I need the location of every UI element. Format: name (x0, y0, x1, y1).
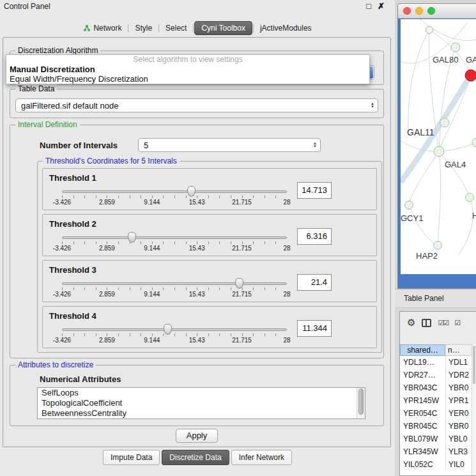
tab-discretize-data[interactable]: Discretize Data (162, 450, 229, 465)
table-toolbar: ⚙ ☑☑ ☑ (400, 312, 476, 334)
table-row[interactable]: YIL052CYIL0 (400, 458, 472, 471)
attributes-group-title: Attributes to discretize (15, 360, 96, 369)
cell-shared-name[interactable]: YLR345W (400, 445, 445, 458)
discretization-algorithm-group-title: Discretization Algorithm (15, 46, 100, 55)
tab-select[interactable]: Select (160, 21, 192, 35)
table-row[interactable]: YDR27…YDR2 (400, 369, 472, 381)
tab-jactivemodules[interactable]: jActiveModules (254, 21, 318, 35)
apply-button[interactable]: Apply (176, 429, 218, 443)
checkbox-icon[interactable]: ☑ (454, 319, 459, 327)
network-edge[interactable] (439, 142, 476, 151)
table-row[interactable]: YBR043CYBR0 (400, 381, 472, 394)
tab-style[interactable]: Style (129, 21, 158, 35)
cell-shared-name[interactable]: YBR045C (400, 420, 445, 433)
checkbox-pair-icon[interactable]: ☑☑ (438, 319, 448, 327)
table-data-group-title: Table Data (15, 84, 57, 93)
network-edge[interactable] (408, 30, 429, 134)
list-item-selfloops[interactable]: SelfLoops (38, 388, 365, 398)
thresholds-coordinates-group: Threshold's Coordinates for 5 Intervals … (37, 161, 382, 353)
list-item-betweennesscentrality[interactable]: BetweennessCentrality (38, 408, 365, 418)
columns-icon[interactable] (422, 319, 431, 327)
network-edge[interactable] (438, 151, 441, 245)
table-row[interactable]: YLR345WYLR3 (400, 445, 472, 458)
attributes-scrollbar[interactable] (357, 388, 365, 418)
table-row[interactable]: YPR145WYPR1 (400, 394, 472, 407)
scrollbar-thumb[interactable] (473, 346, 475, 384)
cell-shared-name[interactable]: YPR145W (400, 394, 445, 407)
column-header-shared-name[interactable]: shared… (400, 344, 445, 356)
cell-name[interactable]: YDR2 (445, 369, 472, 381)
cell-shared-name[interactable]: YBR043C (400, 381, 445, 394)
threshold-value-field[interactable]: 6.316 (297, 228, 332, 245)
network-edge[interactable] (458, 197, 473, 256)
combo-stepper-icon[interactable]: ▲ ▼ (310, 142, 320, 148)
cell-name[interactable]: YBR0 (445, 420, 472, 433)
numerical-attributes-list[interactable]: SelfLoopsTopologicalCoefficientBetweenne… (37, 387, 365, 419)
network-edge[interactable] (439, 151, 470, 197)
close-button[interactable] (403, 7, 411, 15)
threshold-slider-track[interactable] (62, 282, 287, 285)
threshold-value-field[interactable]: 14.713 (297, 182, 332, 199)
threshold-slider-track[interactable] (62, 236, 287, 239)
network-node-selected[interactable] (465, 70, 476, 81)
threshold-value-field[interactable]: 11.344 (297, 320, 332, 337)
cell-shared-name[interactable]: YDR27… (400, 369, 445, 381)
popup-option-equal-width-frequency-discretization[interactable]: Equal Width/Frequency Discretization (6, 74, 369, 84)
gear-icon[interactable]: ⚙ (407, 317, 415, 328)
combo-stepper-icon[interactable]: ▲ ▼ (367, 102, 378, 109)
tick-label: 9.144 (144, 245, 160, 252)
cell-name[interactable]: YPR1 (445, 394, 472, 407)
tab-label: Style (135, 24, 152, 33)
network-node[interactable] (466, 194, 474, 202)
scrollbar-thumb[interactable] (358, 388, 364, 415)
network-node[interactable] (434, 242, 442, 250)
table-scrollbar[interactable] (472, 344, 476, 475)
tab-label: jActiveModules (260, 24, 312, 33)
network-node[interactable] (434, 146, 444, 157)
tab-infer-network[interactable]: Infer Network (231, 450, 292, 465)
close-icon[interactable]: ✗ (378, 1, 385, 11)
network-node[interactable] (440, 118, 449, 127)
table-data-combobox[interactable]: galFiltered.sif default node ▲ ▼ (15, 98, 378, 112)
cell-shared-name[interactable]: YBL079W (400, 433, 445, 445)
threshold-value-field[interactable]: 21.4 (297, 274, 332, 291)
table-row[interactable]: YBR045CYBR0 (400, 420, 472, 433)
table-row[interactable]: YBL079WYBL0 (400, 433, 472, 445)
number-of-intervals-combobox[interactable]: 5 ▲ ▼ (138, 138, 321, 152)
threshold-slider-track[interactable] (62, 190, 287, 193)
threshold-slider-track[interactable] (62, 328, 287, 331)
column-header-name[interactable]: n… (445, 344, 472, 356)
cell-name[interactable]: YBL0 (445, 433, 472, 445)
thresholds-container: Threshold 1-3.4262.8599.14415.4321.71528… (38, 162, 381, 352)
cell-shared-name[interactable]: YDL19… (400, 356, 445, 369)
list-item-topologicalcoefficient[interactable]: TopologicalCoefficient (38, 398, 365, 408)
table-row[interactable]: YDL19…YDL1 (400, 356, 472, 369)
tab-cyni-toolbox[interactable]: Cyni Toolbox (194, 21, 252, 35)
network-edge[interactable] (429, 30, 470, 74)
cell-name[interactable]: YIL0 (445, 458, 472, 471)
network-node[interactable] (405, 201, 413, 210)
popup-option-manual-discretization[interactable]: Manual Discretization (6, 65, 369, 74)
tick-label: 2.859 (99, 245, 115, 252)
cell-shared-name[interactable]: YER054C (400, 407, 445, 420)
tab-network[interactable]: Network (77, 21, 127, 35)
slider-ticks (62, 288, 287, 290)
network-edge[interactable] (409, 205, 438, 245)
combo-down-icon: ▼ (371, 105, 374, 109)
float-window-icon[interactable]: □ (366, 1, 371, 11)
network-node[interactable] (451, 43, 460, 52)
network-edge[interactable] (413, 19, 476, 41)
slider-tick-labels: -3.4262.8599.14415.4321.71528 (62, 245, 287, 252)
network-node[interactable] (472, 138, 476, 147)
zoom-button[interactable] (427, 7, 435, 15)
table-row[interactable]: YER054CYER0 (400, 407, 472, 420)
tab-impute-data[interactable]: Impute Data (103, 450, 160, 465)
cell-name[interactable]: YBR0 (445, 381, 472, 394)
minimize-button[interactable] (415, 7, 423, 15)
network-canvas[interactable]: GAL80GALGAL11GAL4GCY1HAP2H (401, 19, 476, 274)
network-node[interactable] (426, 27, 433, 34)
cell-name[interactable]: YDL1 (445, 356, 472, 369)
cell-name[interactable]: YLR3 (445, 445, 472, 458)
cell-name[interactable]: YER0 (445, 407, 472, 420)
cell-shared-name[interactable]: YIL052C (400, 458, 445, 471)
